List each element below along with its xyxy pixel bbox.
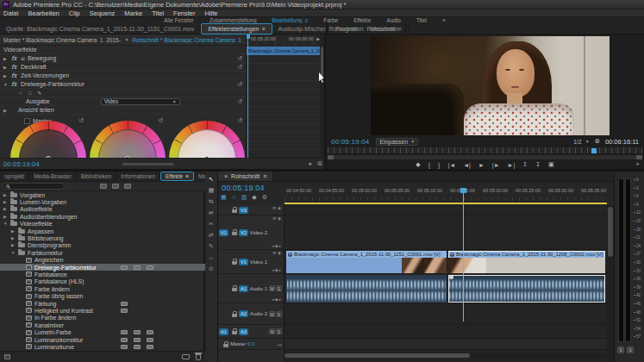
source-patch-v1[interactable]: V1 [219,229,228,236]
add-marker-button[interactable]: ◆ [416,161,420,168]
track-target-a3[interactable]: A3 [239,328,248,335]
track-header-v3[interactable]: V3 ⊞◉ [218,205,284,215]
scroll-handle[interactable] [284,353,470,358]
zoom-fit-dropdown[interactable]: Einpassen ▼ [376,138,418,146]
step-forward-button[interactable]: |► [492,162,500,168]
workspace-titel[interactable]: Titel [416,17,427,23]
scroll-handle[interactable] [321,47,323,78]
panel-menu-icon[interactable]: ≡ [398,26,402,32]
menu-item[interactable]: Marke [124,9,142,17]
go-to-in-button[interactable]: |◄ [447,162,455,168]
audio-clip-1[interactable] [286,275,447,303]
twirl-arrow-icon[interactable]: ▶ [11,243,16,247]
snap-icon[interactable]: ∩ [232,194,236,201]
workspace-alle-fenster[interactable]: Alle Fenster [164,17,194,23]
sync-lock-icon[interactable]: ⊞ [272,206,276,210]
menu-item[interactable]: Bearbeiten [28,9,59,17]
zoom-tool[interactable]: ⊙ [209,265,214,272]
effect-controls-hscrollbar[interactable] [122,163,174,165]
reset-effect-icon[interactable]: ↺ [237,64,242,71]
lock-icon[interactable] [232,261,237,265]
track-name[interactable]: Audio 1 [250,286,267,291]
track-target-a2[interactable]: A2 [239,310,248,317]
mute-button[interactable]: M [269,311,275,317]
track-header-master[interactable]: Master 0,0 ↦ [218,339,284,350]
panel-menu-icon[interactable]: ≡ [263,173,266,179]
new-custom-bin-icon[interactable] [182,354,190,359]
tree-farbkorrektur[interactable]: ▼ Farbkorrektur [0,249,205,256]
program-zoom-scrollbar[interactable] [328,155,642,159]
reset-wheel-icon[interactable]: ↺ [237,117,242,124]
rolling-edit-tool[interactable]: ⇌ [209,209,214,215]
twirl-arrow-icon[interactable]: ▼ [3,82,9,87]
fx-badge-icon[interactable]: fx [11,55,18,62]
tree-luminanzkorrektur[interactable]: Luminanzkorrektur [0,336,205,343]
timeline-ruler[interactable]: 00:04:50:0000:04:55:0000:05:00:0000:05:0… [284,182,607,205]
search-input[interactable] [3,183,65,190]
track-name[interactable]: Video 2 [250,230,267,235]
menu-item[interactable]: Titel [152,9,164,17]
panel-menu-icon[interactable]: ≡ [185,173,189,179]
twirl-arrow-icon[interactable]: ▶ [3,200,8,204]
track-header-v2[interactable]: V1 V2 Video 2 ⊞◉ ◂ ◆ ▸ [218,215,284,250]
effect-controls-timecode[interactable]: 00:05:19:04 [3,160,40,168]
solo-button[interactable]: S [627,346,634,353]
program-scrubber[interactable] [328,147,642,154]
track-target-a1[interactable]: A1 [239,285,248,292]
track-output-eye-icon[interactable]: ◉ [278,206,281,210]
tree-videoeffekte[interactable]: ▼ Videoeffekte [0,221,205,228]
program-playhead[interactable] [591,148,597,153]
video-clip-2-selected[interactable]: fx Blackmagic Cinema Camera_1_2015-11-30… [448,251,605,273]
tree-lumetri-farbe[interactable]: Lumetri-Farbe [0,328,205,335]
audio-clip-2-selected[interactable] [448,275,605,303]
track-header-a3[interactable]: A1 A3 M S [218,325,284,339]
delete-icon[interactable] [196,354,201,360]
track-select-tool[interactable]: ▦ [209,187,215,193]
effect-bewegung[interactable]: ▶ fx ⊞ Bewegung ↺ [0,54,246,63]
workspace-bearbeitung[interactable]: Bearbeitung ≡ [272,17,309,23]
polygon-mask-tool[interactable]: □ [28,90,32,96]
tab-programm[interactable]: Programm: Rohschnitt ≡ [329,23,409,34]
effect-dreiwege-farbkorrektur[interactable]: ▼ fx ⊞ Dreiwege-Farbkorrektur ↺ [0,80,246,89]
reset-effect-icon[interactable]: ↺ [237,81,242,88]
mini-timeline-clip[interactable]: Blackmagic Cinema Camera_1_2015-11- [247,47,321,55]
ecp-keyframe-icon[interactable]: ⊞ [317,160,322,167]
effect-zeit-verzerrungen[interactable]: ▶ fx ⊞ Zeit-Verzerrungen [0,72,246,80]
reset-wheel-icon[interactable]: ↺ [158,117,163,124]
track-a3[interactable] [284,325,607,339]
tab-informationen[interactable]: Informationen [116,172,160,181]
step-back-button[interactable]: ◄| [463,162,471,168]
video-clip-1[interactable]: fx Blackmagic Cinema Camera_1_2015-11-30… [286,251,447,273]
solo-button[interactable]: S [276,328,282,334]
button-editor-plus[interactable]: + [635,160,640,168]
keyframe-nav-icons[interactable]: ◂ ◆ ▸ [272,244,281,248]
program-timecode[interactable]: 00:05:19:04 [331,138,369,146]
timeline-settings-icon[interactable]: ⚙ [262,194,267,201]
track-header-a2[interactable]: A2 Audio 2 M S [218,303,284,325]
twirl-arrow-icon[interactable]: ▶ [11,236,16,240]
lock-icon[interactable] [232,314,237,317]
workspace-audio[interactable]: Audio [386,17,401,23]
mini-timeline-ruler[interactable]: 00:05:20:0000:06:00:00 [247,34,321,45]
workspace-farbe[interactable]: Farbe [323,17,338,23]
tab-effekte[interactable]: Effekte ≡ [160,172,194,181]
tab-bibliotheken[interactable]: Bibliotheken [77,172,116,181]
twirl-arrow-icon[interactable]: ▶ [3,56,9,61]
tree-angleichen[interactable]: Angleichen [0,257,205,264]
effect-controls-vscrollbar[interactable] [320,34,324,158]
output-dropdown[interactable]: Video ▼ [101,98,180,105]
sync-lock-icon[interactable]: ⊞ [272,251,276,255]
timeline-playhead[interactable] [463,190,464,321]
32bit-effects-filter[interactable] [112,184,119,189]
tree-in-farbe-andern[interactable]: In Farbe ändern [0,315,205,321]
tree-audiouberblendungen[interactable]: ▶ Audioüberblendungen [0,213,205,220]
master-clip-selector[interactable]: Master * Blackmagic Cinema Camera_1_2015… [3,37,121,43]
twirl-arrow-icon[interactable]: ▶ [11,229,16,234]
fx-badge-icon[interactable]: fx [11,81,18,88]
accelerated-effects-filter[interactable] [100,184,107,189]
effect-deckkraft[interactable]: ▶ fx ⊞ Deckkraft ↺ [0,63,246,72]
tab-media-browser[interactable]: Media-Browser [29,172,77,181]
twirl-arrow-icon[interactable]: ▶ [3,65,9,70]
track-v3[interactable] [284,205,607,215]
twirl-arrow-icon[interactable]: ▶ [3,73,9,78]
